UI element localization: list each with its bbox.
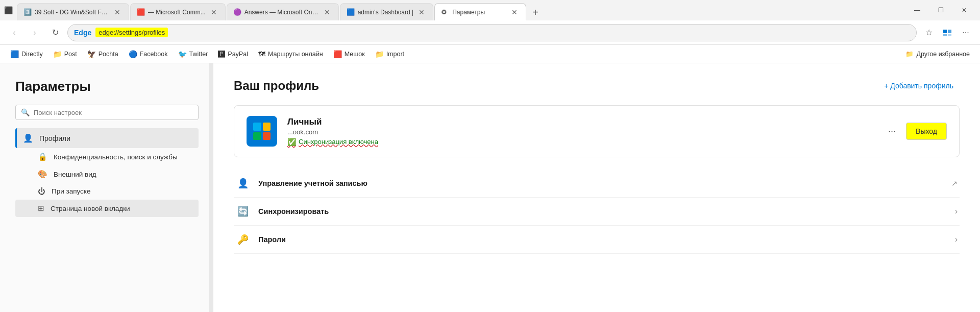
bookmark-meshok-label: Мешок <box>345 51 365 58</box>
add-profile-button[interactable]: + Добавить профиль <box>878 79 960 93</box>
svg-rect-0 <box>943 30 947 33</box>
refresh-button[interactable]: ↻ <box>47 25 63 41</box>
profiles-icon: 👤 <box>23 133 33 143</box>
appearance-icon: 🎨 <box>38 170 47 179</box>
account-label: Управление учетной записью <box>258 179 943 187</box>
bookmark-pochta[interactable]: 🦅 Pochta <box>83 48 122 60</box>
main-content: Ваш профиль + Добавить профиль <box>213 63 980 312</box>
window-system-icon: ⬛ <box>4 6 13 14</box>
bookmark-post-label: Post <box>64 51 77 58</box>
tab-favicon-2: 🟥 <box>137 8 145 16</box>
passwords-icon: 🔑 <box>236 234 250 245</box>
tab-title-1: 39 Soft - DG Win&Soft Fo... <box>35 9 109 16</box>
new-tab-button[interactable]: + <box>527 4 544 20</box>
settings-item-sync[interactable]: 🔄 Синхронизировать › <box>234 198 960 226</box>
sidebar-item-privacy[interactable]: 🔒 Конфиденциальность, поиск и службы <box>15 148 199 165</box>
meshok-icon: 🟥 <box>333 50 342 58</box>
favorites-button[interactable]: ☆ <box>921 25 937 41</box>
add-profile-label: + Добавить профиль <box>884 82 953 90</box>
more-button[interactable]: ··· <box>958 25 974 41</box>
bookmark-facebook-label: Facebook <box>140 51 168 58</box>
search-icon: 🔍 <box>21 108 30 116</box>
tab-close-1[interactable]: ✕ <box>112 7 122 17</box>
profile-actions: ··· Выход <box>884 123 947 140</box>
profile-info: Личный ...ook.com ✅ Синхронизация включе… <box>287 117 874 146</box>
import-icon: 📁 <box>375 50 384 58</box>
tab-close-2[interactable]: ✕ <box>209 7 219 17</box>
tab-4[interactable]: 🟦 admin's Dashboard | ✕ <box>340 3 433 20</box>
bookmark-pochta-label: Pochta <box>99 51 118 58</box>
toolbar-actions: ☆ ··· <box>921 25 974 41</box>
other-bookmarks[interactable]: 📁 Другое избранное <box>901 48 974 60</box>
sidebar-profiles-label: Профили <box>39 134 70 142</box>
directly-icon: 🟦 <box>10 50 19 58</box>
main-title: Ваш профиль <box>234 79 319 93</box>
browser-window: ⬛ 3️⃣ 39 Soft - DG Win&Soft Fo... ✕ 🟥 — … <box>0 0 980 312</box>
sidebar-startup-label: При запуске <box>52 187 90 195</box>
tab-favicon-3: 🟣 <box>233 8 241 16</box>
bookmark-paypal[interactable]: 🅿 PayPal <box>214 48 252 60</box>
settings-search-box[interactable]: 🔍 <box>15 105 199 120</box>
sidebar-appearance-label: Внешний вид <box>54 171 96 178</box>
profile-more-button[interactable]: ··· <box>884 124 900 139</box>
bookmark-facebook[interactable]: 🔵 Facebook <box>125 48 172 60</box>
sidebar-item-startup[interactable]: ⏻ При запуске <box>15 183 199 200</box>
facebook-icon: 🔵 <box>129 50 137 58</box>
tab-2[interactable]: 🟥 — Microsoft Comm... ✕ <box>130 3 226 20</box>
back-button[interactable]: ‹ <box>6 25 22 41</box>
bookmark-meshok[interactable]: 🟥 Мешок <box>329 48 369 60</box>
tab-close-4[interactable]: ✕ <box>416 7 427 17</box>
bookmark-twitter[interactable]: 🐦 Twitter <box>174 48 212 60</box>
sidebar-item-appearance[interactable]: 🎨 Внешний вид <box>15 165 199 183</box>
newtab-icon: ⊞ <box>38 204 44 213</box>
toolbar: ‹ › ↻ Edge edge://settings/profiles ☆ ··… <box>0 20 980 45</box>
tab-1[interactable]: 3️⃣ 39 Soft - DG Win&Soft Fo... ✕ <box>17 3 129 20</box>
startup-icon: ⏻ <box>38 187 45 196</box>
bookmark-marshruty-label: Маршруты онлайн <box>268 51 323 58</box>
profile-email: ...ook.com <box>287 128 874 136</box>
favorites-bar-button[interactable] <box>939 25 955 41</box>
settings-search-input[interactable] <box>34 109 193 116</box>
sidebar-item-profiles[interactable]: 👤 Профили <box>15 128 199 148</box>
svg-rect-1 <box>948 30 951 33</box>
tab-title-2: — Microsoft Comm... <box>148 9 206 16</box>
bookmark-marshruty[interactable]: 🗺 Маршруты онлайн <box>254 48 327 60</box>
settings-sidebar: Параметры 🔍 👤 Профили 🔒 Конфиденциальнос… <box>0 63 209 312</box>
url-display: edge://settings/profiles <box>95 28 168 37</box>
sidebar-title: Параметры <box>15 79 199 94</box>
forward-button[interactable]: › <box>27 25 43 41</box>
sidebar-item-newtab[interactable]: ⊞ Страница новой вкладки <box>15 200 199 217</box>
tab-favicon-1: 3️⃣ <box>23 8 32 16</box>
svg-rect-3 <box>948 34 951 36</box>
settings-item-account[interactable]: 👤 Управление учетной записью ↗ <box>234 170 960 198</box>
tab-5[interactable]: ⚙ Параметры ✕ <box>434 3 526 20</box>
tab-close-3[interactable]: ✕ <box>322 7 332 17</box>
chevron-right-icon: › <box>955 207 958 216</box>
bookmark-directly[interactable]: 🟦 Directly <box>6 48 47 60</box>
bookmark-post[interactable]: 📁 Post <box>49 48 81 60</box>
profile-sync-status[interactable]: ✅ Синхронизация включена <box>287 138 874 146</box>
bookmarks-bar: 🟦 Directly 📁 Post 🦅 Pochta 🔵 Facebook 🐦 … <box>0 45 980 63</box>
settings-item-passwords[interactable]: 🔑 Пароли › <box>234 226 960 254</box>
profile-name: Личный <box>287 117 874 127</box>
minimize-button[interactable]: — <box>905 0 929 20</box>
tab-title-4: admin's Dashboard | <box>358 9 413 16</box>
other-bookmarks-label: Другое избранное <box>916 51 970 58</box>
sidebar-divider[interactable] <box>209 63 213 312</box>
sidebar-newtab-label: Страница новой вкладки <box>51 205 130 212</box>
logout-button[interactable]: Выход <box>906 123 947 140</box>
tab-close-5[interactable]: ✕ <box>509 7 520 17</box>
bookmark-directly-label: Directly <box>21 51 43 58</box>
restore-button[interactable]: ❐ <box>929 0 952 20</box>
sync-label: Синхронизация включена <box>299 138 378 146</box>
close-button[interactable]: ✕ <box>952 0 976 20</box>
folder-icon: 📁 <box>905 50 914 58</box>
profile-avatar <box>247 116 277 147</box>
bookmark-import[interactable]: 📁 Import <box>371 48 408 60</box>
address-bar[interactable]: Edge edge://settings/profiles <box>67 24 917 41</box>
tab-favicon-5: ⚙ <box>441 8 449 16</box>
paypal-icon: 🅿 <box>218 50 225 58</box>
tab-3[interactable]: 🟣 Answers — Microsoft One... ✕ <box>227 3 339 20</box>
tabs-container: 3️⃣ 39 Soft - DG Win&Soft Fo... ✕ 🟥 — Mi… <box>17 0 905 20</box>
edge-logo-icon: Edge <box>74 29 91 37</box>
